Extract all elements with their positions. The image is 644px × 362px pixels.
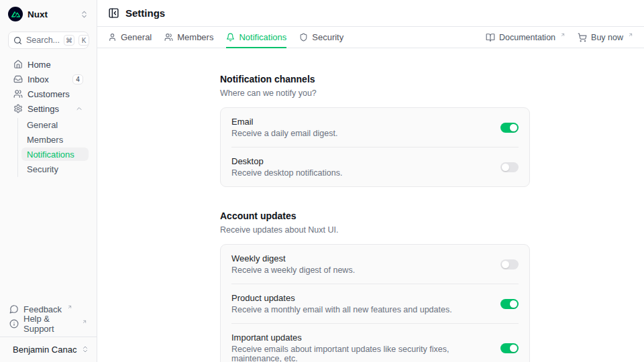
feedback-label: Feedback xyxy=(23,304,62,314)
tabs: General Members Notifications xyxy=(108,27,343,48)
kbd-command: ⌘ xyxy=(64,35,74,46)
settings-card: Weekly digest Receive a weekly digest of… xyxy=(220,244,530,362)
setting-description: Receive a weekly digest of news. xyxy=(231,265,492,275)
chevrons-up-down-icon xyxy=(80,10,89,19)
setting-row-product-updates: Product updates Receive a monthly email … xyxy=(231,284,519,323)
sidebar-item-label: Home xyxy=(28,60,83,70)
bell-icon xyxy=(226,33,235,42)
app-window: Nuxt Search... ⌘ K Home xyxy=(0,0,644,362)
user-icon xyxy=(108,33,117,42)
section-account-updates: Account updates Receive updates about Nu… xyxy=(220,210,530,362)
header-actions: Documentation Buy now xyxy=(486,27,633,48)
tab-label: Security xyxy=(312,32,343,42)
tab-general[interactable]: General xyxy=(108,27,152,48)
product-updates-toggle[interactable] xyxy=(500,299,519,309)
setting-row-weekly-digest: Weekly digest Receive a weekly digest of… xyxy=(231,245,519,284)
nuxt-logo-icon xyxy=(8,7,23,21)
tab-label: General xyxy=(121,32,152,42)
tab-notifications[interactable]: Notifications xyxy=(226,27,286,48)
sidebar-item-inbox[interactable]: Inbox 4 xyxy=(8,72,89,86)
inbox-icon xyxy=(13,74,23,84)
external-link-icon xyxy=(560,32,566,38)
buy-now-label: Buy now xyxy=(591,33,623,42)
weekly-digest-toggle[interactable] xyxy=(500,259,519,269)
setting-title: Desktop xyxy=(231,156,492,166)
sidebar-item-label: Customers xyxy=(28,89,83,99)
setting-row-important-updates: Important updates Receive emails about i… xyxy=(231,323,519,362)
subnav-item-members[interactable]: Members xyxy=(21,133,89,146)
page-title: Settings xyxy=(125,7,165,19)
setting-description: Receive emails about important updates l… xyxy=(231,345,492,362)
chevrons-up-down-icon xyxy=(81,345,89,353)
user-menu[interactable]: Benjamin Canac xyxy=(0,337,97,358)
setting-row-desktop: Desktop Receive desktop notifications. xyxy=(231,147,519,186)
panel-collapse-icon[interactable] xyxy=(108,7,119,19)
subnav-item-general[interactable]: General xyxy=(21,118,89,131)
shield-icon xyxy=(299,33,308,42)
setting-row-email: Email Receive a daily email digest. xyxy=(231,108,519,147)
desktop-toggle[interactable] xyxy=(500,162,519,172)
buy-now-button[interactable]: Buy now xyxy=(578,33,633,42)
setting-title: Email xyxy=(231,117,492,127)
email-toggle[interactable] xyxy=(500,123,519,133)
search-input[interactable]: Search... ⌘ K xyxy=(8,32,89,49)
user-name: Benjamin Canac xyxy=(13,345,76,355)
house-icon xyxy=(13,60,23,69)
sidebar-item-label: Inbox xyxy=(28,74,68,84)
tab-label: Notifications xyxy=(239,32,286,42)
section-description: Receive updates about Nuxt UI. xyxy=(220,225,530,235)
section-description: Where can we notify you? xyxy=(220,88,530,98)
sidebar: Nuxt Search... ⌘ K Home xyxy=(0,0,97,362)
tab-label: Members xyxy=(177,32,213,42)
setting-title: Important updates xyxy=(231,333,492,343)
tab-bar: General Members Notifications xyxy=(97,27,644,48)
sidebar-nav: Home Inbox 4 Customers Settings xyxy=(8,58,89,177)
external-link-icon xyxy=(82,319,87,324)
sidebar-item-label: Settings xyxy=(28,104,70,114)
subnav-item-security[interactable]: Security xyxy=(21,162,89,176)
sidebar-item-home[interactable]: Home xyxy=(8,58,89,71)
main-panel: Settings General Members xyxy=(97,0,644,362)
gear-icon xyxy=(13,104,23,113)
team-name: Nuxt xyxy=(28,9,75,19)
documentation-label: Documentation xyxy=(499,33,555,42)
page-header: Settings xyxy=(97,0,644,27)
setting-description: Receive desktop notifications. xyxy=(231,168,492,178)
users-icon xyxy=(13,89,23,99)
setting-description: Receive a monthly email with all new fea… xyxy=(231,305,492,314)
setting-title: Weekly digest xyxy=(231,253,492,263)
kbd-k: K xyxy=(78,35,89,46)
message-circle-icon xyxy=(9,304,19,314)
info-circle-icon xyxy=(9,319,19,328)
section-notification-channels: Notification channels Where can we notif… xyxy=(220,74,530,187)
setting-description: Receive a daily email digest. xyxy=(231,129,492,138)
search-icon xyxy=(13,36,22,45)
users-icon xyxy=(164,33,173,42)
section-title: Account updates xyxy=(220,210,530,221)
external-link-icon xyxy=(628,32,633,38)
setting-title: Product updates xyxy=(231,293,492,303)
inbox-count-badge: 4 xyxy=(72,74,83,84)
subnav-item-notifications[interactable]: Notifications xyxy=(21,147,89,161)
book-open-icon xyxy=(486,33,495,42)
documentation-link[interactable]: Documentation xyxy=(486,33,566,42)
important-updates-toggle[interactable] xyxy=(500,343,519,353)
section-title: Notification channels xyxy=(220,74,530,84)
sidebar-item-settings[interactable]: Settings xyxy=(8,102,89,115)
external-link-icon xyxy=(67,304,72,310)
help-support-label: Help & Support xyxy=(23,314,76,334)
shopping-cart-icon xyxy=(578,33,587,42)
settings-content: Notification channels Where can we notif… xyxy=(97,48,644,362)
help-support-link[interactable]: Help & Support xyxy=(8,316,89,331)
settings-subnav: General Members Notifications Security xyxy=(17,118,89,177)
tab-security[interactable]: Security xyxy=(299,27,343,48)
sidebar-item-customers[interactable]: Customers xyxy=(8,87,89,101)
chevron-up-icon xyxy=(75,105,83,113)
team-picker[interactable]: Nuxt xyxy=(8,5,89,23)
tab-members[interactable]: Members xyxy=(164,27,213,48)
search-placeholder: Search... xyxy=(26,36,60,45)
settings-card: Email Receive a daily email digest. Desk… xyxy=(220,107,530,187)
